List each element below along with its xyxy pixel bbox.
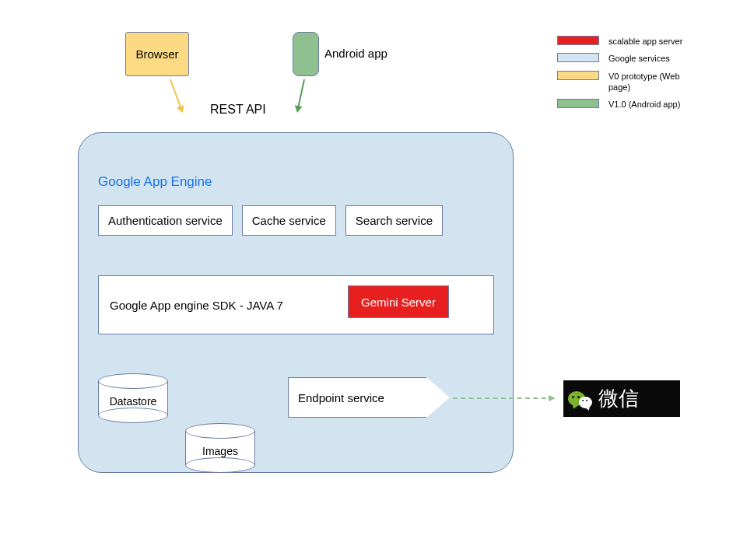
legend-label: V1.0 (Android app) [608,99,680,110]
legend-label: V0 prototype (Web page) [608,71,702,93]
browser-label: Browser [135,47,178,61]
browser-node: Browser [125,32,189,76]
android-label: Android app [324,47,388,60]
cache-service-box: Cache service [242,205,336,236]
swatch-blue [557,53,599,62]
datastore-label: Datastore [98,395,168,408]
auth-service-box: Authentication service [98,205,233,236]
android-node [293,32,319,76]
gae-title: Google App Engine [98,174,212,190]
datastore-cylinder: Datastore [98,373,168,423]
swatch-red [557,36,599,45]
legend-label: scalable app server [608,36,682,47]
rest-api-label: REST API [210,103,266,117]
gemini-server-box: Gemini Server [348,285,449,318]
arrow-endpoint-to-wechat [453,397,554,399]
images-cylinder: Images [185,423,255,473]
sdk-box: Google App engine SDK - JAVA 7 Gemini Se… [98,275,494,334]
images-label: Images [185,445,255,457]
legend-row: V1.0 (Android app) [557,99,702,110]
endpoint-label: Endpoint service [298,391,384,404]
wechat-box: 微信 [563,380,680,417]
sdk-label: Google App engine SDK - JAVA 7 [99,299,283,312]
legend-label: Google services [608,53,670,64]
legend-row: Google services [557,53,702,64]
legend: scalable app server Google services V0 p… [557,36,702,116]
swatch-yellow [557,71,599,80]
endpoint-service-box: Endpoint service [288,377,450,418]
legend-row: V0 prototype (Web page) [557,71,702,93]
gemini-label: Gemini Server [361,296,436,309]
search-service-box: Search service [345,205,443,236]
arrow-android-to-api [296,79,305,111]
legend-row: scalable app server [557,36,702,47]
swatch-green [557,99,599,108]
arrow-browser-to-api [170,79,183,112]
wechat-icon-small [579,397,592,408]
wechat-label: 微信 [598,385,639,412]
services-row: Authentication service Cache service Sea… [98,205,443,236]
